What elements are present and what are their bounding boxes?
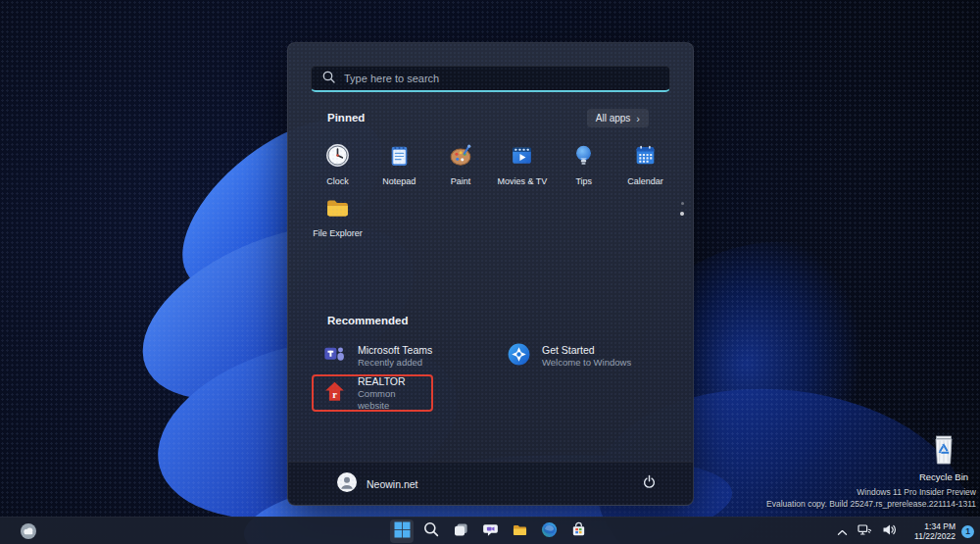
realtor-letter: r [332,389,337,400]
start-menu: Type here to search Pinned All apps › Cl… [287,42,694,506]
paint-icon [448,142,474,173]
recommended-item-get-started[interactable]: Get Started Welcome to Windows [498,337,670,374]
search-input[interactable]: Type here to search [311,66,670,92]
page-dot [681,202,684,205]
recommended-item-realtor[interactable]: r REALTOR Common website [314,376,431,410]
task-view-icon [453,521,469,542]
recommended-item-title: Get Started [542,344,631,357]
user-name: Neowin.net [367,478,418,490]
pinned-app-tips[interactable]: Tips [553,138,614,190]
insider-watermark: Windows 11 Pro Insider Preview Evaluatio… [766,487,976,510]
start-button[interactable] [390,519,414,543]
file-explorer-icon [324,194,351,224]
pinned-apps-grid: Clock Notepad [307,138,676,242]
recommended-item-subtitle: Welcome to Windows [542,357,631,369]
pinned-app-label: File Explorer [313,228,363,238]
clock-icon [324,142,351,173]
watermark-line-1: Windows 11 Pro Insider Preview [766,487,976,499]
chevron-up-icon [837,522,848,540]
edge-button[interactable] [537,519,561,543]
task-view-button[interactable] [449,519,472,543]
realtor-icon: r [321,378,348,409]
recommended-item-subtitle: Common website [358,388,423,412]
pinned-app-label: Clock [326,176,349,186]
windows-start-icon [394,521,411,542]
pinned-app-label: Paint [451,176,471,186]
search-placeholder: Type here to search [344,73,439,84]
search-icon [322,70,335,87]
recommended-section-title: Recommended [327,315,408,326]
pinned-app-notepad[interactable]: Notepad [368,138,430,190]
pinned-app-label: Movies & TV [497,176,547,186]
notification-badge[interactable]: 1 [961,525,974,538]
recycle-bin-desktop-icon[interactable]: Recycle Bin [914,434,973,482]
user-account-button[interactable]: Neowin.net [331,469,424,500]
tray-date: 11/22/2022 [905,531,956,542]
volume-icon [882,522,897,540]
search-icon [423,521,439,541]
tips-icon [570,142,597,173]
recycle-bin-label: Recycle Bin [914,471,973,482]
all-apps-label: All apps [596,113,631,124]
store-button[interactable] [566,519,590,543]
tray-time: 1:34 PM [905,521,956,532]
tray-chevron-button[interactable] [835,520,850,542]
pinned-app-file-explorer[interactable]: File Explorer [307,190,368,242]
pinned-app-calendar[interactable]: Calendar [614,138,676,190]
volume-button[interactable] [880,520,899,542]
page-dot-active [680,212,684,216]
pinned-app-clock[interactable]: Clock [307,138,368,190]
taskbar-center-icons [390,519,590,543]
chat-button[interactable] [478,519,502,543]
edge-icon [541,521,558,542]
taskbar-search-button[interactable] [419,519,443,543]
calendar-icon [632,142,659,173]
widgets-button[interactable] [20,522,37,540]
chevron-right-icon: › [636,113,640,124]
store-icon [570,521,587,542]
start-menu-footer: Neowin.net [288,462,693,505]
power-icon [642,474,657,493]
get-started-icon [506,341,532,371]
widgets-weather-icon [20,526,37,543]
desktop: Recycle Bin Windows 11 Pro Insider Previ… [0,0,980,544]
pinned-app-paint[interactable]: Paint [430,138,492,190]
recommended-item-microsoft-teams[interactable]: Microsoft Teams Recently added [314,337,498,374]
taskbar-file-explorer-button[interactable] [508,519,531,543]
recommended-item-subtitle: Recently added [358,357,432,369]
movies-tv-icon [509,142,535,173]
taskbar: 1:34 PM 11/22/2022 1 [0,517,980,544]
teams-icon [321,341,348,371]
pinned-app-movies-tv[interactable]: Movies & TV [491,138,553,190]
all-apps-button[interactable]: All apps › [587,109,649,127]
recycle-bin-icon [929,452,958,469]
pinned-pagination-dots[interactable] [680,202,684,216]
clock-date-button[interactable]: 1:34 PM 11/22/2022 [905,521,956,542]
user-avatar [337,472,357,496]
pinned-section-title: Pinned [327,112,365,124]
file-explorer-icon [512,521,528,542]
notepad-icon [386,142,413,173]
network-icon [858,522,872,540]
chat-icon [482,521,499,542]
recommended-item-title: Microsoft Teams [358,344,432,357]
pinned-app-label: Tips [575,176,592,186]
recommended-item-title: REALTOR [358,375,423,388]
watermark-line-2: Evaluation copy. Build 25247.rs_prerelea… [766,499,976,511]
recommended-grid: Microsoft Teams Recently added Get Start [314,337,670,412]
network-button[interactable] [856,520,874,542]
pinned-app-label: Notepad [382,176,416,186]
system-tray: 1:34 PM 11/22/2022 1 [835,518,974,544]
power-button[interactable] [634,470,663,499]
pinned-app-label: Calendar [627,176,663,186]
